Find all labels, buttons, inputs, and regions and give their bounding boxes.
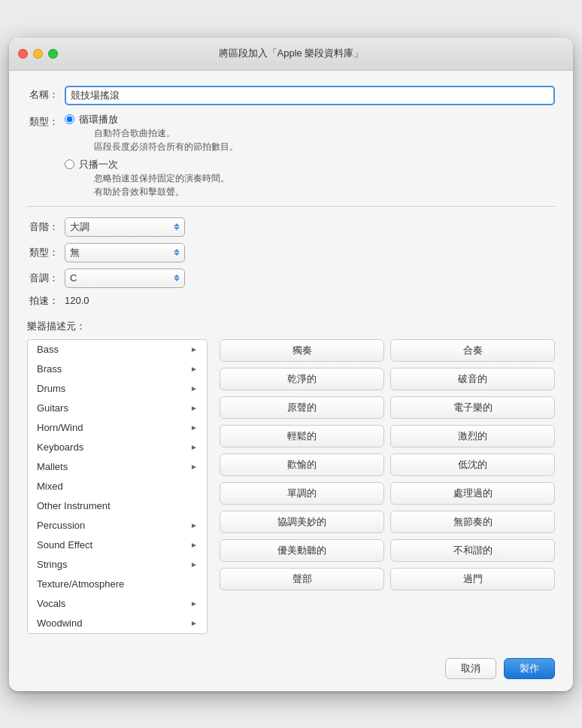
tempo-value: 120.0 xyxy=(65,295,89,306)
instrument-item[interactable]: Other Instrument xyxy=(28,496,207,516)
scale-select[interactable]: 大調 xyxy=(65,217,185,237)
instrument-name: Texture/Atmosphere xyxy=(37,578,124,590)
minimize-button[interactable] xyxy=(33,49,43,59)
chevron-right-icon: ► xyxy=(190,384,198,393)
once-desc1: 忽略拍速並保持固定的演奏時間。 xyxy=(94,172,229,185)
instrument-name: Sound Effect xyxy=(37,539,92,551)
chevron-right-icon: ► xyxy=(190,463,198,471)
genre-row: 類型： 無 xyxy=(27,243,555,262)
tag-button[interactable]: 獨奏 xyxy=(220,339,384,362)
main-area: Bass►Brass►Drums►Guitars►Horn/Wind►Keybo… xyxy=(27,339,555,634)
tag-button[interactable]: 合奏 xyxy=(390,339,555,362)
instrument-name: Keyboards xyxy=(37,441,83,453)
close-button[interactable] xyxy=(18,49,28,59)
loop-radio-row: 循環播放 自動符合歌曲拍速。 區段長度必須符合所有的節拍數目。 xyxy=(65,113,238,153)
tempo-row: 拍速： 120.0 xyxy=(27,294,555,308)
tag-button[interactable]: 單調的 xyxy=(220,482,384,505)
arrow-up-icon xyxy=(174,275,180,278)
chevron-right-icon: ► xyxy=(190,619,198,627)
instrument-item[interactable]: Mallets► xyxy=(28,457,207,477)
scale-arrow xyxy=(174,223,180,230)
instrument-item[interactable]: Texture/Atmosphere xyxy=(28,575,207,594)
type-row: 類型： 循環播放 自動符合歌曲拍速。 區段長度必須符合所有的節拍數目。 只播一次… xyxy=(27,113,555,199)
instrument-item[interactable]: Guitars► xyxy=(28,399,207,418)
chevron-right-icon: ► xyxy=(190,599,198,608)
instrument-item[interactable]: Bass► xyxy=(28,340,207,359)
scale-row: 音階： 大調 xyxy=(27,217,555,237)
instrument-item[interactable]: Vocals► xyxy=(28,594,207,614)
content-area: 名稱： 類型： 循環播放 自動符合歌曲拍速。 區段長度必須符合所有的節拍數目。 xyxy=(9,71,573,646)
name-label: 名稱： xyxy=(27,86,65,102)
chevron-right-icon: ► xyxy=(190,345,198,353)
instrument-name: Drums xyxy=(37,383,65,394)
tag-button[interactable]: 低沈的 xyxy=(390,453,555,476)
instrument-name: Vocals xyxy=(37,598,65,609)
genre-select[interactable]: 無 xyxy=(65,243,185,262)
chevron-right-icon: ► xyxy=(190,365,198,373)
loop-desc2: 區段長度必須符合所有的節拍數目。 xyxy=(94,141,238,153)
tag-button[interactable]: 原聲的 xyxy=(220,396,384,419)
instrument-name: Horn/Wind xyxy=(37,422,83,433)
key-arrow xyxy=(174,275,180,281)
instrument-list: Bass►Brass►Drums►Guitars►Horn/Wind►Keybo… xyxy=(27,339,208,634)
arrow-up-icon xyxy=(174,223,180,226)
tag-grid: 獨奏合奏乾淨的破音的原聲的電子樂的輕鬆的激烈的歡愉的低沈的單調的處理過的協調美妙… xyxy=(220,339,555,590)
arrow-down-icon xyxy=(174,253,180,256)
instrument-name: Percussion xyxy=(37,520,85,531)
tag-button[interactable]: 電子樂的 xyxy=(390,396,555,419)
divider xyxy=(27,206,555,207)
once-radio-row: 只播一次 忽略拍速並保持固定的演奏時間。 有助於音效和擊鼓聲。 xyxy=(65,158,238,199)
instrument-item[interactable]: Strings► xyxy=(28,555,207,575)
once-label: 只播一次 xyxy=(79,158,229,171)
scale-value: 大調 xyxy=(70,220,89,234)
chevron-right-icon: ► xyxy=(190,560,198,569)
tag-button[interactable]: 不和諧的 xyxy=(390,539,555,562)
tag-button[interactable]: 過門 xyxy=(390,568,555,590)
instrument-name: Woodwind xyxy=(37,617,82,629)
instrument-item[interactable]: Horn/Wind► xyxy=(28,418,207,438)
tag-button[interactable]: 無節奏的 xyxy=(390,511,555,533)
instrument-name: Strings xyxy=(37,559,67,570)
tag-button[interactable]: 聲部 xyxy=(220,568,384,590)
genre-arrow xyxy=(174,249,180,256)
instrument-name: Brass xyxy=(37,363,62,375)
tag-button[interactable]: 優美動聽的 xyxy=(220,539,384,562)
instrument-item[interactable]: Percussion► xyxy=(28,516,207,535)
key-row: 音調： C xyxy=(27,268,555,288)
tag-button[interactable]: 激烈的 xyxy=(390,425,555,447)
instrument-item[interactable]: Mixed xyxy=(28,477,207,496)
instrument-item[interactable]: Drums► xyxy=(28,379,207,399)
tag-button[interactable]: 輕鬆的 xyxy=(220,425,384,447)
tag-button[interactable]: 乾淨的 xyxy=(220,368,384,390)
arrow-down-icon xyxy=(174,227,180,230)
instrument-name: Guitars xyxy=(37,402,68,414)
loop-label: 循環播放 xyxy=(79,113,238,126)
tag-button[interactable]: 處理過的 xyxy=(390,482,555,505)
arrow-up-icon xyxy=(174,249,180,252)
loop-radio[interactable] xyxy=(65,114,74,124)
scale-label: 音階： xyxy=(27,220,65,234)
genre-value: 無 xyxy=(70,246,80,259)
tempo-label: 拍速： xyxy=(27,294,65,308)
tag-button[interactable]: 協調美妙的 xyxy=(220,511,384,533)
maximize-button[interactable] xyxy=(48,49,58,59)
tag-button[interactable]: 歡愉的 xyxy=(220,453,384,476)
instrument-name: Other Instrument xyxy=(37,500,111,511)
once-desc2: 有助於音效和擊鼓聲。 xyxy=(94,186,229,199)
instrument-item[interactable]: Brass► xyxy=(28,359,207,379)
key-value: C xyxy=(70,272,77,284)
name-input[interactable] xyxy=(65,86,555,105)
key-select[interactable]: C xyxy=(65,268,185,288)
window-title: 將區段加入「Apple 樂段資料庫」 xyxy=(219,47,364,60)
cancel-button[interactable]: 取消 xyxy=(445,658,496,679)
name-row: 名稱： xyxy=(27,86,555,105)
once-radio[interactable] xyxy=(65,159,74,169)
instrument-item[interactable]: Woodwind► xyxy=(28,614,207,633)
instrument-name: Mallets xyxy=(37,461,68,472)
create-button[interactable]: 製作 xyxy=(504,658,555,679)
instrument-item[interactable]: Sound Effect► xyxy=(28,535,207,555)
radio-group: 循環播放 自動符合歌曲拍速。 區段長度必須符合所有的節拍數目。 只播一次 忽略拍… xyxy=(65,113,238,199)
instrument-item[interactable]: Keyboards► xyxy=(28,438,207,457)
key-label: 音調： xyxy=(27,271,65,285)
tag-button[interactable]: 破音的 xyxy=(390,368,555,390)
